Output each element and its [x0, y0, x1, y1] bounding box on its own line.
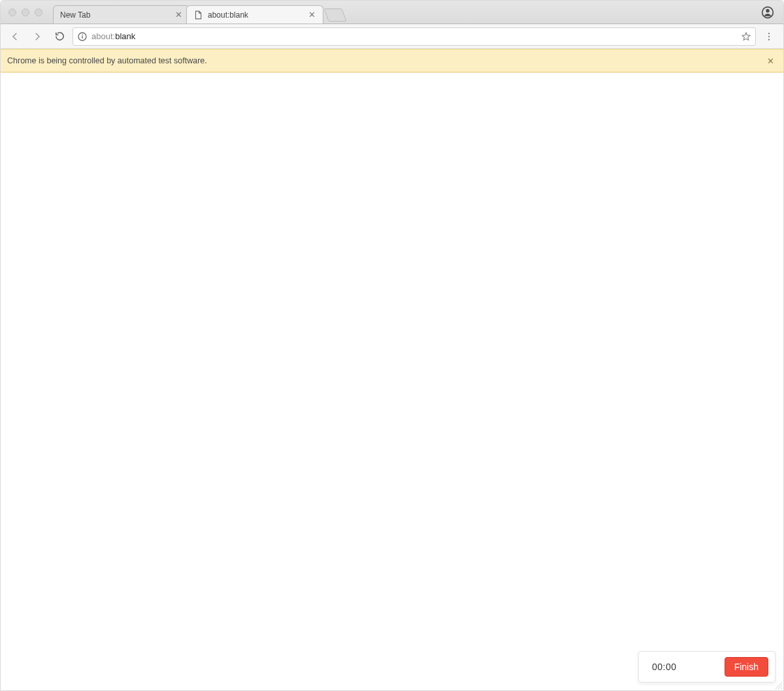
svg-point-3 — [82, 34, 83, 35]
infobar-message: Chrome is being controlled by automated … — [7, 56, 764, 65]
file-icon — [193, 10, 203, 20]
site-info-icon[interactable] — [77, 31, 88, 42]
close-tab-icon[interactable]: ✕ — [174, 10, 183, 20]
url-text: about:blank — [91, 31, 135, 41]
tab-title: about:blank — [208, 10, 307, 20]
window-maximize-button[interactable] — [35, 8, 42, 16]
new-tab-button[interactable] — [323, 8, 346, 22]
navigation-toolbar: about:blank — [1, 24, 783, 49]
resize-grip-icon[interactable] — [774, 681, 782, 689]
browser-window: New Tab ✕ about:blank ✕ — [0, 0, 784, 691]
timer-widget: 00:00 Finish — [638, 651, 776, 683]
infobar-close-icon[interactable]: ✕ — [764, 54, 777, 67]
svg-point-1 — [766, 9, 769, 12]
kebab-menu-icon[interactable] — [760, 27, 778, 46]
window-close-button[interactable] — [8, 8, 16, 16]
window-controls — [8, 8, 42, 16]
reload-button[interactable] — [50, 27, 69, 46]
url-path: blank — [115, 31, 135, 41]
svg-rect-4 — [82, 36, 82, 39]
profile-icon[interactable] — [761, 6, 774, 19]
address-bar[interactable]: about:blank — [73, 27, 756, 46]
tab-new-tab[interactable]: New Tab ✕ — [53, 5, 190, 24]
tab-title: New Tab — [60, 10, 174, 20]
svg-point-5 — [768, 33, 770, 34]
url-scheme: about: — [91, 31, 115, 41]
back-button[interactable] — [6, 27, 24, 46]
forward-button[interactable] — [28, 27, 46, 46]
page-content — [1, 72, 783, 690]
tab-strip: New Tab ✕ about:blank ✕ — [1, 1, 783, 24]
timer-display: 00:00 — [652, 662, 677, 672]
close-tab-icon[interactable]: ✕ — [307, 10, 316, 20]
tab-about-blank[interactable]: about:blank ✕ — [186, 5, 323, 24]
svg-point-6 — [768, 35, 770, 37]
finish-button[interactable]: Finish — [725, 657, 768, 677]
svg-point-7 — [768, 39, 770, 40]
window-minimize-button[interactable] — [22, 8, 29, 16]
automation-infobar: Chrome is being controlled by automated … — [1, 49, 783, 72]
bookmark-star-icon[interactable] — [741, 31, 751, 42]
